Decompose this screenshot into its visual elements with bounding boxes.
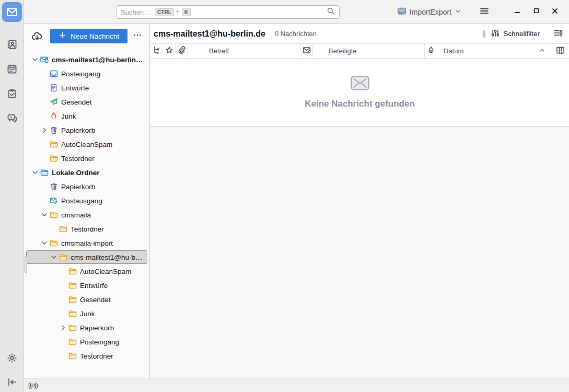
date-column-header[interactable]: Datum [437, 44, 551, 58]
get-messages-icon[interactable] [31, 30, 43, 42]
folder-row[interactable]: Posteingang [26, 67, 147, 80]
folder-row[interactable]: Papierkorb [26, 321, 147, 335]
rail-bottom [6, 352, 18, 388]
unified-toolbar: Suchen… CTRL + K ImportExport [24, 0, 569, 24]
folder-row[interactable]: Testordner [26, 222, 147, 236]
topbar-right: ImportExport [397, 0, 564, 24]
maximize-button[interactable] [527, 4, 545, 20]
junk-icon [50, 112, 58, 120]
folder-label: Gesendet [80, 296, 111, 304]
folder-icon [68, 352, 77, 360]
folder-row[interactable]: Junk [26, 307, 147, 320]
quick-filter-button[interactable]: Schnellfilter [491, 29, 540, 39]
twisty-spacer [40, 197, 49, 205]
folder-label: Papierkorb [61, 126, 95, 134]
folder-label: Posteingang [61, 70, 100, 78]
folder-label: Posteingang [80, 338, 119, 346]
correspondents-column-icon[interactable] [300, 44, 313, 58]
folder-pane-scrollbar[interactable] [25, 256, 27, 273]
mail-content-area: cms-mailtest1@hu-berlin.de 0 Nachrichten… [150, 24, 569, 378]
attachment-column-icon[interactable] [176, 44, 188, 58]
plus-icon [59, 31, 66, 41]
folder-label: Testordner [61, 155, 95, 163]
chevron-down-icon[interactable] [50, 253, 58, 261]
folder-label: Papierkorb [61, 183, 95, 191]
folder-row[interactable]: Posteingang [26, 335, 147, 349]
calendar-icon[interactable] [6, 63, 18, 75]
folder-label: Entwürfe [61, 84, 89, 92]
folder-row[interactable]: cmsmaila-import [26, 236, 147, 250]
sliders-icon [491, 29, 500, 39]
twisty-spacer [40, 112, 49, 120]
chevron-right-icon[interactable] [40, 126, 49, 134]
column-picker-icon[interactable] [551, 44, 569, 58]
junk-column-icon[interactable] [425, 44, 437, 58]
folder-row[interactable]: Entwürfe [26, 279, 147, 292]
thread-column-icon[interactable] [150, 44, 163, 58]
folder-label: Junk [61, 112, 76, 120]
header-actions: Schnellfilter [483, 28, 563, 40]
folder-row[interactable]: Gesendet [26, 95, 147, 109]
twisty-spacer [40, 154, 49, 163]
subject-column-header[interactable]: Betreff [188, 44, 300, 58]
folder-label: Entwürfe [80, 282, 108, 290]
folder-row[interactable]: Postausgang [26, 194, 147, 207]
chat-icon[interactable] [6, 112, 18, 124]
folder-row[interactable]: cms-mailtest1@hu-b… [26, 250, 147, 264]
folder-row[interactable]: Testordner [26, 152, 147, 165]
folder-label: cmsmaila-import [61, 239, 113, 247]
address-book-icon[interactable] [6, 39, 18, 50]
message-list-display-options-icon[interactable] [553, 28, 563, 40]
minimize-button[interactable] [508, 4, 526, 20]
empty-message-text: Keine Nachricht gefunden [305, 99, 415, 109]
shortcut-plus: + [176, 8, 180, 16]
folder-row[interactable]: Gesendet [26, 293, 147, 306]
settings-gear-icon[interactable] [6, 352, 18, 364]
importexport-label: ImportExport [410, 8, 451, 16]
chevron-down-icon[interactable] [31, 55, 39, 64]
tasks-icon[interactable] [6, 88, 18, 99]
correspondents-column-header[interactable]: Beteiligte [313, 44, 425, 58]
collapse-rail-icon[interactable] [6, 376, 18, 388]
chevron-down-icon[interactable] [31, 168, 39, 177]
trash-icon [50, 182, 58, 191]
network-status-icon[interactable]: ((o)) [28, 382, 38, 389]
chevron-down-icon[interactable] [40, 211, 49, 219]
folder-icon [50, 154, 58, 163]
twisty-spacer [59, 295, 67, 304]
folder-row[interactable]: AutoCleanSpam [26, 137, 147, 151]
toolbar-separator [483, 30, 485, 38]
twisty-spacer [59, 281, 67, 290]
folder-row[interactable]: Papierkorb [26, 180, 147, 193]
close-button[interactable] [546, 4, 564, 20]
folder-label: Postausgang [61, 197, 102, 205]
folder-row[interactable]: Papierkorb [26, 123, 147, 137]
importexport-icon [397, 6, 407, 17]
folder-icon [68, 281, 77, 290]
app-menu-button[interactable] [479, 6, 490, 18]
trash-icon [50, 126, 58, 134]
folder-label: cmsmaila [61, 211, 91, 219]
message-list-column-header: Betreff Beteiligte Datum [150, 44, 569, 59]
chevron-down-icon[interactable] [40, 239, 49, 247]
folder-icon [50, 211, 58, 219]
search-input[interactable]: Suchen… CTRL + K [116, 5, 340, 19]
folder-row[interactable]: cms-mailtest1@hu-berlin… [26, 53, 147, 66]
folder-row[interactable]: Lokale Ordner [26, 166, 147, 179]
folder-pane-toolbar: Neue Nachricht [24, 24, 149, 48]
folder-row[interactable]: Entwürfe [26, 81, 147, 95]
chevron-right-icon[interactable] [59, 324, 67, 332]
folder-icon [68, 309, 77, 318]
folder-icon [59, 253, 67, 261]
importexport-extension-button[interactable]: ImportExport [397, 6, 461, 17]
starred-column-icon[interactable] [163, 44, 176, 58]
folder-row[interactable]: AutoCleanSpam [26, 264, 147, 278]
folder-pane-options-icon[interactable] [132, 30, 143, 42]
folder-row[interactable]: cmsmaila [26, 208, 147, 222]
mail-space-icon[interactable] [2, 2, 22, 22]
folder-row[interactable]: Testordner [26, 349, 147, 363]
folder-icon [50, 140, 58, 148]
status-bar: ((o)) [24, 378, 569, 392]
new-message-button[interactable]: Neue Nachricht [50, 29, 127, 43]
folder-row[interactable]: Junk [26, 109, 147, 123]
